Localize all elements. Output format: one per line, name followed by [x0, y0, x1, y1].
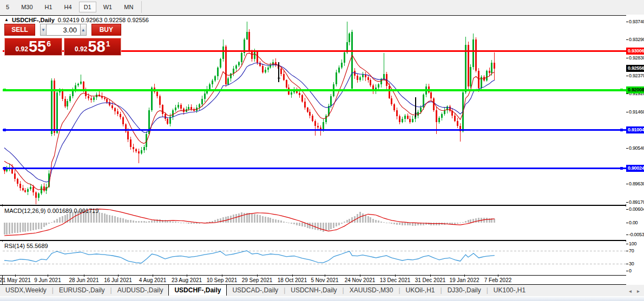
- buy-price-pip: 1: [106, 39, 110, 48]
- volume-input[interactable]: [47, 24, 80, 36]
- symbol-tab-xauusd-[interactable]: XAUUSD-,M30: [344, 285, 399, 296]
- collapse-icon[interactable]: ▲: [4, 17, 9, 23]
- date-tick-mark: [222, 275, 222, 277]
- timeframe-button-h4[interactable]: H4: [60, 2, 77, 12]
- timeframe-button-mn[interactable]: MN: [119, 2, 138, 12]
- symbol-tab-dj30-[interactable]: DJ30-,Daily: [442, 285, 487, 296]
- date-axis-separator: [0, 275, 644, 276]
- sell-price-prefix: 0.92: [16, 45, 28, 53]
- symbol-tab-usdx[interactable]: USDX,Weekly: [0, 285, 52, 296]
- axis-tick-mark: [626, 112, 628, 112]
- axis-tick-mark: [626, 22, 628, 22]
- rsi-tick-label: 100: [626, 241, 644, 247]
- date-label: 13 Dec 2021: [380, 277, 411, 283]
- rsi-panel[interactable]: [0, 242, 626, 275]
- date-tick-mark: [430, 275, 431, 277]
- macd-tick-label: -0.00538: [626, 232, 644, 238]
- date-label: 5 Nov 2021: [311, 277, 338, 283]
- date-tick-mark: [187, 275, 187, 277]
- date-tick-mark: [84, 275, 84, 277]
- axis-tick-mark: [626, 209, 628, 210]
- axis-tick-mark: [626, 235, 628, 235]
- date-tick-mark: [257, 275, 258, 277]
- date-tick-mark: [292, 275, 293, 277]
- price-tick-label: 0.92830: [626, 55, 644, 61]
- axis-tick-mark: [626, 184, 628, 184]
- date-tick-mark: [498, 275, 498, 277]
- date-label: 31 Dec 2021: [415, 277, 446, 283]
- tabs-scroll-left-icon[interactable]: ◂: [629, 288, 632, 294]
- axis-tick-mark: [626, 244, 628, 244]
- price-badge: 0.93006: [626, 48, 644, 55]
- date-tick-mark: [15, 275, 16, 277]
- date-label: 16 Jul 2021: [104, 277, 132, 283]
- date-tick-mark: [464, 275, 465, 277]
- chart-ohlc-values: 0.92419 0.92963 0.92258 0.92556: [58, 17, 149, 23]
- rsi-tick-label: 70: [626, 248, 644, 254]
- symbol-tab-eurusd-[interactable]: EURUSD-,Daily: [54, 285, 110, 296]
- date-label: 18 Oct 2021: [278, 277, 307, 283]
- axis-tick-mark: [626, 202, 628, 203]
- rsi-tick-label: 30: [626, 261, 644, 267]
- price-badge: 0.92008: [626, 86, 644, 93]
- sell-price-tile[interactable]: 0.92 55 6: [4, 38, 62, 56]
- volume-increase-button[interactable]: ▲: [80, 24, 87, 36]
- chart-symbol-title: USDCHF-,Daily: [12, 17, 55, 23]
- axis-tick-mark: [626, 93, 628, 94]
- rsi-label: RSI(14) 55.5689: [4, 243, 48, 249]
- price-tick-label: 0.93290: [626, 37, 644, 43]
- sell-price-pip: 6: [47, 39, 51, 48]
- date-label: 9 Jun 2021: [34, 277, 61, 283]
- price-tick-label: 0.92370: [626, 73, 644, 79]
- tabs-scroll-right-icon[interactable]: ▸: [637, 288, 640, 294]
- buy-button[interactable]: BUY: [91, 24, 121, 36]
- symbol-tab-usdcnh-[interactable]: USDCNH-,Daily: [285, 285, 342, 296]
- chart-area[interactable]: ▲ USDCHF-,Daily 0.92419 0.92963 0.92258 …: [0, 15, 644, 285]
- timeframe-button-w1[interactable]: W1: [98, 2, 117, 12]
- price-axis[interactable]: 0.937400.932900.928300.923700.919200.914…: [626, 15, 644, 285]
- timeframe-button-h1[interactable]: H1: [40, 2, 57, 12]
- rsi-tick-label: 0: [626, 268, 644, 274]
- mt4-window: 5M30H1H4D1W1MN ▲ USDCHF-,Daily 0.92419 0…: [0, 0, 644, 301]
- date-tick-mark: [360, 275, 360, 277]
- date-label: 21 May 2021: [0, 277, 31, 283]
- symbol-tab-usdchf-[interactable]: USDCHF-,Daily: [168, 284, 227, 296]
- toolbar-separator: [141, 1, 142, 13]
- sell-button[interactable]: SELL: [4, 24, 35, 36]
- timeframe-button-d1[interactable]: D1: [79, 2, 96, 12]
- symbol-tab-audusd-[interactable]: AUDUSD-,Daily: [112, 285, 169, 296]
- timeframe-button-m30[interactable]: M30: [16, 2, 37, 12]
- timeframe-button-5[interactable]: 5: [1, 2, 14, 12]
- macd-separator: [0, 205, 644, 206]
- price-tick-label: 0.91460: [626, 109, 644, 115]
- one-click-trading-widget: SELL ▼ ▲ BUY 0.92 55 6 0.92 58 1: [4, 24, 121, 56]
- date-tick-mark: [325, 275, 325, 277]
- axis-tick-mark: [626, 264, 628, 264]
- date-label: 29 Sep 2021: [242, 277, 273, 283]
- macd-label: MACD(12,26,9) 0.001689 0.001719: [4, 208, 98, 214]
- symbol-tabbar: USDX,Weekly|EURUSD-,Daily|AUDUSD-,DailyU…: [0, 285, 644, 296]
- date-label: 4 Aug 2021: [139, 277, 167, 283]
- rsi-separator: [0, 240, 644, 241]
- volume-decrease-button[interactable]: ▼: [40, 24, 47, 36]
- price-tick-label: 0.89170: [626, 199, 644, 205]
- date-tick-mark: [118, 275, 119, 277]
- price-badge: 0.92556: [626, 65, 644, 72]
- date-tick-mark: [395, 275, 396, 277]
- symbol-tab-ukoil-[interactable]: UKOil-,H1: [400, 285, 441, 296]
- axis-tick-mark: [626, 271, 628, 271]
- date-tick-mark: [48, 275, 48, 277]
- date-tick-mark: [153, 275, 153, 277]
- macd-tick-label: 0.00: [626, 220, 644, 226]
- buy-price-tile[interactable]: 0.92 58 1: [64, 38, 122, 56]
- date-label: 28 Jun 2021: [69, 277, 98, 283]
- symbol-tab-usdcad-[interactable]: USDCAD-,Daily: [227, 285, 284, 296]
- price-badge: 0.90024: [626, 165, 644, 172]
- symbol-tab-uk100-[interactable]: UK100-,H1: [488, 285, 531, 296]
- axis-tick-mark: [626, 251, 628, 251]
- axis-tick-mark: [626, 148, 628, 149]
- status-bar: [0, 296, 644, 301]
- macd-tick-label: 0.006045: [626, 206, 644, 212]
- date-label: 19 Jan 2022: [449, 277, 479, 283]
- timeframe-toolbar: 5M30H1H4D1W1MN: [0, 0, 644, 14]
